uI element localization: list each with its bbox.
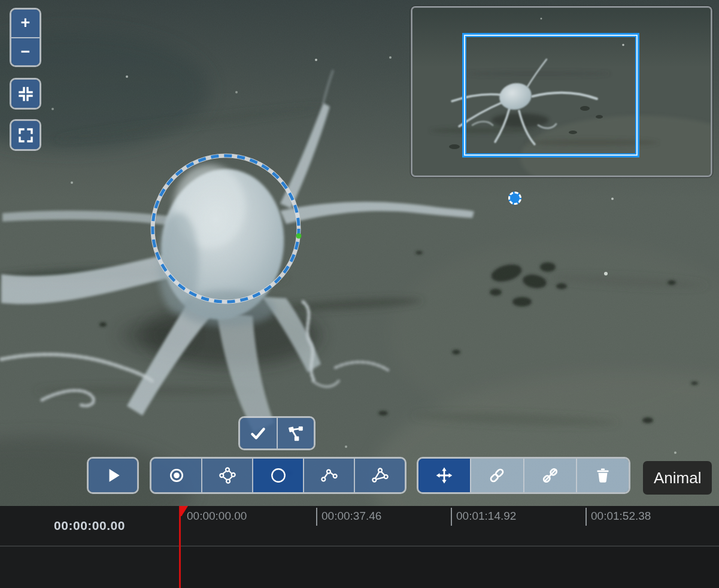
unlink-icon [541, 466, 559, 484]
tick-label: 00:00:00.00 [187, 510, 247, 523]
polygon-tool-icon [219, 466, 236, 484]
tick-mark [585, 508, 587, 526]
edit-confirm-toolbar [238, 416, 315, 450]
polyline-tool-button[interactable] [303, 459, 354, 492]
zoom-controls: + − [10, 8, 41, 67]
timeline-ruler[interactable]: 00:00:00.00 00:00:37.46 00:01:14.92 00:0… [180, 506, 719, 545]
timeline-time-panel: 00:00:00.00 [0, 506, 180, 588]
link-button[interactable] [470, 459, 523, 492]
minimap[interactable] [411, 6, 712, 177]
zoom-out-button[interactable]: − [11, 37, 40, 66]
tick-label: 00:00:37.46 [321, 510, 381, 523]
minimap-viewport[interactable] [462, 33, 639, 157]
polyline-tool-icon [320, 466, 338, 484]
annotation-point-marker[interactable] [508, 192, 521, 205]
link-icon [488, 466, 506, 484]
polygon-tool-button[interactable] [201, 459, 252, 492]
playhead[interactable] [179, 506, 181, 588]
closed-polyline-tool-button[interactable] [354, 459, 405, 492]
timeline-divider [0, 545, 719, 547]
unlink-button[interactable] [523, 459, 576, 492]
delete-button[interactable] [576, 459, 629, 492]
circle-tool-button[interactable] [252, 459, 303, 492]
draw-tools-toolbar [150, 457, 406, 494]
compress-arrows-icon [17, 86, 34, 102]
annotation-head-point[interactable] [296, 234, 302, 239]
check-icon [249, 425, 267, 442]
reset-zoom-button[interactable] [11, 80, 40, 108]
edit-actions-toolbar [417, 457, 630, 494]
zoom-in-button[interactable]: + [11, 10, 40, 37]
circle-tool-icon [269, 466, 287, 484]
move-button[interactable] [418, 459, 470, 492]
tick-label: 00:01:52.38 [591, 510, 651, 523]
tick-mark [451, 508, 452, 526]
confirm-button[interactable] [240, 418, 277, 448]
annotation-type-label: Animal [654, 469, 701, 487]
nodes-button[interactable] [277, 418, 314, 448]
point-tool-button[interactable] [151, 459, 201, 492]
trash-icon [594, 466, 612, 484]
tick-label: 00:01:14.92 [456, 510, 516, 523]
reset-zoom-control [10, 78, 41, 110]
annotation-app: + − [0, 0, 719, 588]
timeline: 00:00:00.00 00:00:00.00 00:00:37.46 00:0… [0, 506, 719, 588]
fullscreen-button[interactable] [11, 121, 40, 149]
playback-toolbar [87, 457, 139, 494]
current-time-display: 00:00:00.00 [0, 506, 179, 545]
video-frame[interactable]: + − [0, 0, 719, 506]
move-arrows-icon [435, 466, 453, 484]
point-tool-icon [168, 466, 186, 484]
node-graph-icon [287, 425, 305, 442]
closed-polyline-tool-icon [371, 466, 389, 484]
tick-mark [316, 508, 317, 526]
timeline-track[interactable] [180, 547, 719, 588]
fullscreen-control [10, 119, 41, 151]
play-button[interactable] [89, 459, 137, 492]
expand-corners-icon [17, 127, 34, 144]
annotation-type-chip[interactable]: Animal [643, 461, 712, 495]
play-icon [104, 466, 122, 484]
